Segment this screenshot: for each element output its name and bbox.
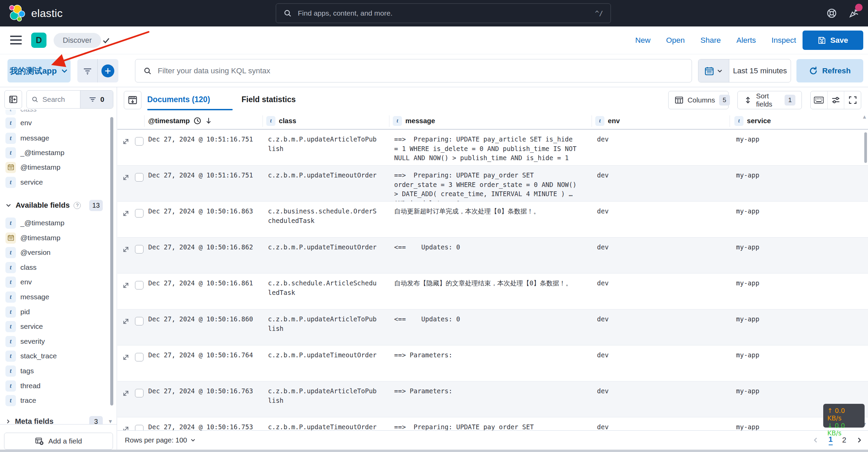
chevron-down-icon: [61, 67, 68, 75]
select-document-checkbox[interactable]: [135, 245, 143, 253]
select-document-checkbox[interactable]: [135, 209, 143, 218]
select-document-checkbox[interactable]: [135, 281, 143, 289]
scroll-up-icon[interactable]: ▲: [863, 114, 866, 119]
message-cell: ==> Parameters:: [394, 387, 593, 396]
class-cell: c.z.b.m.P.updateTimeoutOrder: [268, 171, 387, 180]
select-document-checkbox[interactable]: [135, 389, 143, 397]
filter-icon[interactable]: [77, 59, 98, 82]
sidebar-scrollbar[interactable]: [110, 117, 113, 406]
page-2-button[interactable]: 2: [842, 436, 846, 445]
field-search-input[interactable]: Search 0: [26, 90, 113, 109]
density-options-button[interactable]: [124, 91, 141, 109]
field-item-env[interactable]: tenv: [0, 117, 117, 129]
field-item-tags[interactable]: ttags: [0, 365, 117, 377]
field-item-thread[interactable]: tthread: [0, 380, 117, 392]
select-document-checkbox[interactable]: [135, 425, 143, 430]
global-search-placeholder: Find apps, content, and more.: [298, 9, 589, 17]
column-header-timestamp[interactable]: @timestamp: [148, 113, 212, 129]
text-type-icon: t: [5, 277, 16, 288]
fullscreen-icon[interactable]: [844, 91, 861, 109]
field-item-message[interactable]: tmessage: [0, 132, 117, 144]
expand-document-icon[interactable]: [122, 246, 130, 253]
elastic-logo[interactable]: elastic: [9, 5, 63, 22]
inspect-button[interactable]: Inspect: [771, 36, 796, 45]
expand-document-icon[interactable]: [122, 174, 130, 181]
field-item-severity[interactable]: tseverity: [0, 336, 117, 347]
menu-icon[interactable]: [10, 36, 22, 44]
select-document-checkbox[interactable]: [135, 317, 143, 325]
available-fields-count: 13: [89, 200, 103, 211]
field-item-pid[interactable]: tpid: [0, 306, 117, 318]
field-name: env: [20, 278, 32, 286]
tab-field-statistics[interactable]: Field statistics: [242, 87, 296, 112]
table-scrollbar[interactable]: [864, 132, 867, 163]
field-filter-button[interactable]: 0: [80, 91, 113, 108]
table-row: Dec 27, 2024 @ 10:50:16.861c.z.b.schedul…: [117, 274, 868, 309]
column-header-message[interactable]: t message: [393, 113, 435, 129]
news-icon[interactable]: [848, 7, 860, 19]
expand-document-icon[interactable]: [122, 426, 130, 430]
expand-document-icon[interactable]: [122, 354, 130, 361]
column-header-service[interactable]: t service: [734, 113, 771, 129]
field-item-_@timestamp[interactable]: t_@timestamp: [0, 217, 117, 229]
expand-document-icon[interactable]: [122, 318, 130, 325]
columns-button[interactable]: Columns 5: [668, 91, 729, 109]
help-question-icon[interactable]: ?: [74, 202, 81, 209]
select-document-checkbox[interactable]: [135, 173, 143, 182]
next-page-icon[interactable]: [856, 437, 863, 444]
open-button[interactable]: Open: [666, 36, 685, 45]
sort-descending-icon[interactable]: [205, 117, 212, 125]
keyboard-shortcuts-icon[interactable]: [811, 91, 827, 109]
field-item-message[interactable]: tmessage: [0, 291, 117, 303]
text-type-icon: t: [595, 116, 604, 126]
column-header-env[interactable]: t env: [595, 113, 620, 129]
refresh-button[interactable]: Refresh: [796, 59, 863, 82]
select-document-checkbox[interactable]: [135, 353, 143, 361]
sort-fields-button[interactable]: Sort fields 1: [737, 91, 802, 109]
display-options-icon[interactable]: [827, 91, 844, 109]
data-view-picker[interactable]: 我的测试app: [7, 59, 71, 82]
horizontal-scrollbar[interactable]: [0, 450, 868, 452]
expand-document-icon[interactable]: [122, 390, 130, 397]
text-type-icon: t: [5, 380, 16, 392]
rows-per-page-button[interactable]: Rows per page: 100: [125, 431, 196, 450]
time-range-value[interactable]: Last 15 minutes: [729, 59, 791, 82]
available-fields-header[interactable]: Available fields ? 13: [0, 199, 117, 211]
timestamp-cell: Dec 27, 2024 @ 10:51:16.751: [148, 135, 253, 144]
kql-search-input[interactable]: Filter your data using KQL syntax: [135, 59, 692, 82]
share-button[interactable]: Share: [700, 36, 721, 45]
field-item-@timestamp[interactable]: @timestamp: [0, 232, 117, 244]
field-item-_@timestamp[interactable]: t_@timestamp: [0, 147, 117, 158]
breadcrumb[interactable]: Discover: [54, 33, 101, 48]
field-item-env[interactable]: tenv: [0, 276, 117, 288]
text-type-icon: t: [5, 291, 16, 303]
expand-document-icon[interactable]: [122, 210, 130, 217]
calendar-dropdown-button[interactable]: [698, 59, 729, 82]
expand-document-icon[interactable]: [122, 138, 130, 145]
help-icon[interactable]: [826, 8, 837, 19]
save-button[interactable]: Save: [803, 31, 863, 50]
space-avatar[interactable]: D: [31, 33, 46, 48]
class-cell: c.z.business.schedule.OrderS cheduledTas…: [268, 207, 387, 225]
tab-documents[interactable]: Documents (120): [147, 87, 210, 112]
collapse-sidebar-button[interactable]: [4, 90, 22, 109]
global-search-input[interactable]: Find apps, content, and more. ^/: [276, 3, 611, 23]
select-document-checkbox[interactable]: [135, 137, 143, 146]
field-item-service[interactable]: tservice: [0, 321, 117, 332]
field-item-trace[interactable]: ttrace: [0, 395, 117, 406]
field-item-service[interactable]: tservice: [0, 176, 117, 188]
alerts-button[interactable]: Alerts: [736, 36, 756, 45]
field-item-class[interactable]: tclass: [0, 262, 117, 273]
field-name: tags: [20, 367, 34, 375]
expand-document-icon[interactable]: [122, 282, 130, 289]
add-filter-button[interactable]: [98, 59, 118, 82]
new-button[interactable]: New: [635, 36, 651, 45]
field-item-@timestamp[interactable]: @timestamp: [0, 162, 117, 173]
field-item-stack_trace[interactable]: tstack_trace: [0, 350, 117, 362]
field-filter-count: 0: [100, 95, 104, 103]
prev-page-icon[interactable]: [812, 437, 819, 444]
add-field-button[interactable]: Add a field: [4, 433, 113, 450]
field-item-@version[interactable]: t@version: [0, 247, 117, 258]
column-header-class[interactable]: t class: [266, 113, 296, 129]
timestamp-cell: Dec 27, 2024 @ 10:51:16.751: [148, 171, 253, 180]
